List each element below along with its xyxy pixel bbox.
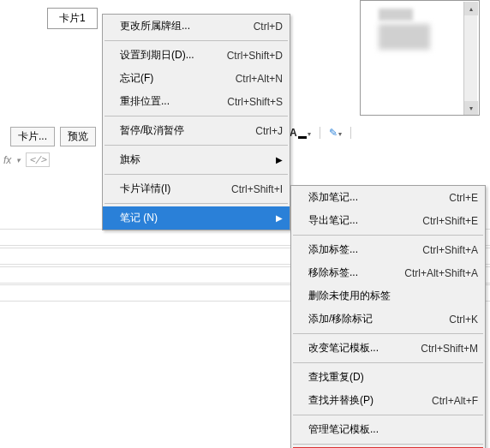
menu-forget[interactable]: 忘记(F) Ctrl+Alt+N [103, 67, 290, 90]
font-color-icon[interactable]: A▾ [290, 127, 311, 139]
menu-toggle-mark[interactable]: 添加/移除标记 Ctrl+K [291, 308, 485, 331]
scrollbar[interactable]: ▴ ▾ [463, 2, 477, 115]
format-toolbar: A▾ ✎▾ [290, 127, 351, 139]
menu-card-info[interactable]: 卡片详情(I) Ctrl+Shift+I [103, 177, 290, 200]
highlight-icon[interactable]: ✎▾ [329, 127, 342, 139]
preview-button[interactable]: 预览 [60, 127, 96, 146]
toolbar: 卡片... 预览 [10, 127, 96, 146]
submenu-arrow-icon: ▶ [276, 155, 283, 164]
cards-button[interactable]: 卡片... [10, 127, 55, 146]
fx-label: fx [3, 154, 11, 166]
tab-card1[interactable]: 卡片1 [47, 8, 98, 29]
menu-find-duplicates[interactable]: 查找重复(D) [291, 366, 485, 389]
menu-suspend[interactable]: 暂停/取消暂停 Ctrl+J [103, 119, 290, 142]
preview-content [379, 24, 430, 50]
menu-add-note[interactable]: 添加笔记... Ctrl+E [291, 186, 485, 209]
menu-find-replace[interactable]: 查找并替换(P) Ctrl+Alt+F [291, 389, 485, 412]
context-menu: 更改所属牌组... Ctrl+D 设置到期日(D)... Ctrl+Shift+… [102, 14, 290, 230]
chevron-down-icon[interactable]: ▾ [16, 156, 21, 164]
menu-change-deck[interactable]: 更改所属牌组... Ctrl+D [103, 15, 290, 38]
menu-change-note-type[interactable]: 改变笔记模板... Ctrl+Shift+M [291, 337, 485, 360]
menu-export-notes[interactable]: 导出笔记... Ctrl+Shift+E [291, 209, 485, 232]
preview-content [379, 9, 413, 21]
menu-manage-note-types[interactable]: 管理笔记模板... [291, 418, 485, 441]
menu-notes[interactable]: 笔记 (N) ▶ [103, 206, 290, 230]
menu-add-tag[interactable]: 添加标签... Ctrl+Shift+A [291, 238, 485, 261]
menu-flag[interactable]: 旗标 ▶ [103, 148, 290, 171]
formula-bar: fx ▾ </> [3, 152, 50, 167]
menu-remove-unused-tags[interactable]: 删除未使用的标签 [291, 284, 485, 308]
submenu-arrow-icon: ▶ [276, 213, 283, 223]
menu-reposition[interactable]: 重排位置... Ctrl+Shift+S [103, 90, 290, 113]
notes-submenu: 添加笔记... Ctrl+E 导出笔记... Ctrl+Shift+E 添加标签… [290, 185, 486, 448]
scroll-down-icon[interactable]: ▾ [464, 101, 478, 115]
menu-remove-tag[interactable]: 移除标签... Ctrl+Alt+Shift+A [291, 261, 485, 284]
menu-set-due[interactable]: 设置到期日(D)... Ctrl+Shift+D [103, 44, 290, 67]
code-icon[interactable]: </> [26, 152, 50, 167]
preview-panel: ▴ ▾ [360, 0, 480, 116]
scroll-up-icon[interactable]: ▴ [464, 2, 478, 15]
